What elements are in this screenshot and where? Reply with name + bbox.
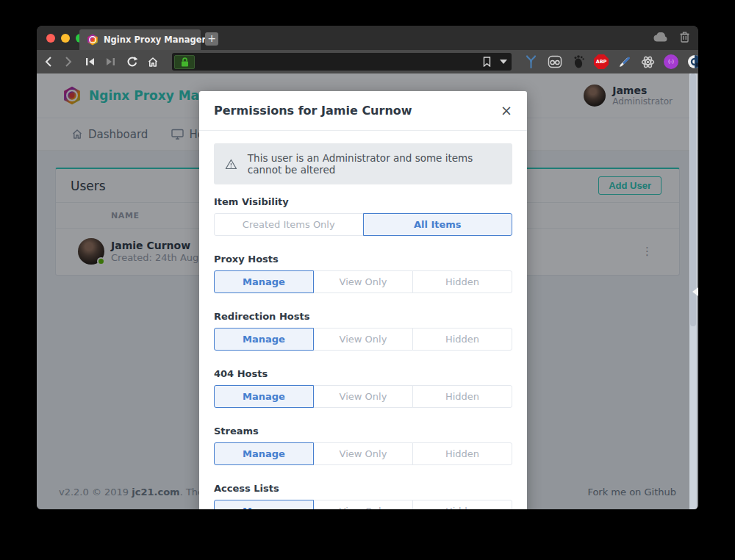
reload-button[interactable] [126, 56, 143, 68]
address-bar[interactable] [172, 53, 512, 71]
tab-title: Nginx Proxy Manager [104, 35, 206, 45]
streams-hidden[interactable]: Hidden [412, 442, 512, 465]
gnome-foot-extension-icon[interactable] [570, 54, 586, 70]
label-proxy-hosts: Proxy Hosts [214, 254, 512, 265]
adblock-plus-extension-icon[interactable]: ABP [594, 54, 609, 69]
streams-button-group: Manage View Only Hidden [214, 442, 512, 465]
trash-icon[interactable] [680, 32, 689, 43]
access-lists-manage[interactable]: Manage [214, 500, 314, 509]
404-hosts-manage[interactable]: Manage [214, 385, 314, 408]
option-created-items-only[interactable]: Created Items Only [214, 213, 364, 236]
redirection-hosts-button-group: Manage View Only Hidden [214, 328, 512, 351]
browser-toolbar: ABP (-) [37, 50, 698, 73]
404-hosts-button-group: Manage View Only Hidden [214, 385, 512, 408]
access-lists-hidden[interactable]: Hidden [412, 500, 512, 509]
minimize-window-button[interactable] [61, 34, 70, 43]
ssl-lock-icon[interactable] [174, 55, 195, 69]
session-forward-icon[interactable] [106, 57, 122, 66]
redirection-hosts-hidden[interactable]: Hidden [412, 328, 512, 351]
forward-button[interactable] [65, 56, 81, 68]
admin-warning-alert: This user is an Administrator and some i… [214, 143, 512, 184]
proxy-hosts-hidden[interactable]: Hidden [412, 270, 512, 293]
option-all-items[interactable]: All Items [363, 213, 513, 236]
bookmark-dropdown-caret-icon[interactable] [500, 60, 507, 64]
alert-text: This user is an Administrator and some i… [248, 152, 501, 176]
fork-extension-icon[interactable] [523, 54, 539, 70]
modal-close-icon[interactable]: × [501, 104, 512, 118]
proxy-hosts-view-only[interactable]: View Only [313, 270, 413, 293]
access-lists-view-only[interactable]: View Only [313, 500, 413, 509]
back-button[interactable] [44, 56, 60, 68]
label-redirection-hosts: Redirection Hosts [214, 311, 512, 322]
new-tab-button[interactable]: + [205, 32, 218, 46]
streams-view-only[interactable]: View Only [313, 442, 413, 465]
browser-titlebar: Nginx Proxy Manager + [37, 26, 698, 50]
pen-extension-icon[interactable] [617, 54, 632, 70]
label-access-lists: Access Lists [214, 483, 512, 494]
privacy-extension-icon[interactable] [686, 54, 698, 70]
proxy-hosts-button-group: Manage View Only Hidden [214, 270, 512, 293]
home-button[interactable] [147, 57, 163, 68]
browser-tab[interactable]: Nginx Proxy Manager [79, 29, 201, 50]
access-lists-button-group: Manage View Only Hidden [214, 500, 512, 509]
knot-settings-extension-icon[interactable] [640, 54, 656, 70]
404-hosts-view-only[interactable]: View Only [313, 385, 413, 408]
permissions-modal: Permissions for Jamie Curnow × This user… [199, 91, 527, 509]
modal-title: Permissions for Jamie Curnow [214, 104, 412, 118]
favicon-nginx-proxy-manager [87, 34, 98, 46]
warning-triangle-icon [225, 157, 237, 171]
session-back-icon[interactable] [85, 57, 101, 66]
visibility-button-group: Created Items Only All Items [214, 213, 512, 236]
page-viewport: Nginx Proxy Manager James Administrator … [37, 73, 698, 509]
redirection-hosts-manage[interactable]: Manage [214, 328, 314, 351]
label-streams: Streams [214, 426, 512, 437]
robot-cookie-extension-icon[interactable] [547, 54, 562, 70]
close-window-button[interactable] [46, 34, 55, 43]
404-hosts-hidden[interactable]: Hidden [412, 385, 512, 408]
extension-icons: ABP (-) [523, 54, 698, 70]
label-404-hosts: 404 Hosts [214, 368, 512, 379]
proxy-hosts-manage[interactable]: Manage [214, 270, 314, 293]
purple-extension-icon[interactable]: (-) [664, 54, 678, 69]
bookmark-icon[interactable] [483, 57, 491, 67]
label-item-visibility: Item Visibility [214, 196, 512, 207]
cloud-icon[interactable] [653, 32, 668, 42]
edge-arrow-marker [692, 287, 698, 296]
browser-window: Nginx Proxy Manager + [37, 26, 698, 509]
streams-manage[interactable]: Manage [214, 442, 314, 465]
redirection-hosts-view-only[interactable]: View Only [313, 328, 413, 351]
